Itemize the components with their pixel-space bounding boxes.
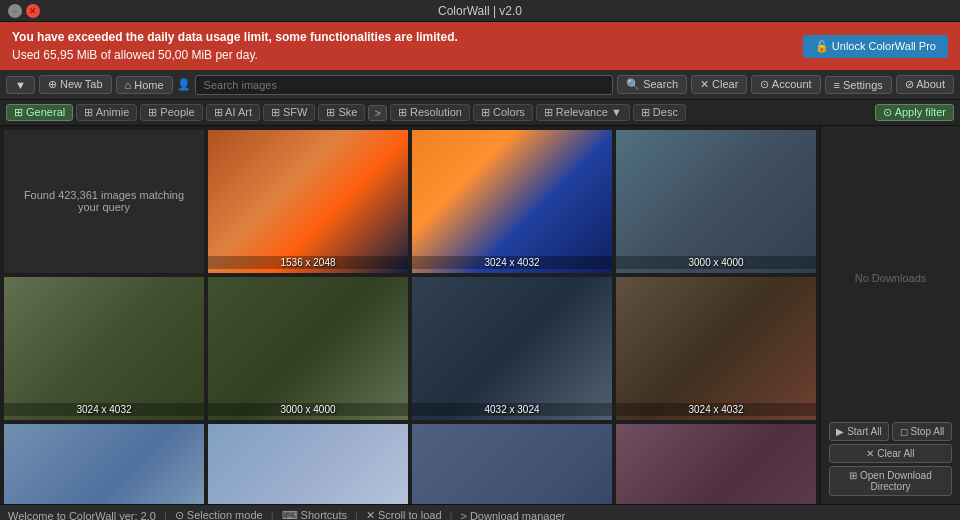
image-grid: Found 423,361 images matching your query…: [4, 130, 816, 504]
image-size-label: 1536 x 2048: [208, 256, 408, 269]
clear-all-row: ✕ Clear All: [829, 444, 952, 463]
account-button[interactable]: ⊙ Account: [751, 75, 820, 94]
image-cell[interactable]: 4032 x 3024: [412, 277, 612, 420]
image-size-label: 3024 x 4032: [412, 256, 612, 269]
filter-animie[interactable]: ⊞ Animie: [76, 104, 137, 121]
filter-general[interactable]: ⊞ General: [6, 104, 73, 121]
clear-all-button[interactable]: ✕ Clear All: [829, 444, 952, 463]
download-btn-row: ▶ Start All ◻ Stop All: [829, 422, 952, 441]
apply-filter-button[interactable]: ⊙ Apply filter: [875, 104, 954, 121]
statusbar: Welcome to ColorWall ver: 2.0 | ⊙ Select…: [0, 504, 960, 520]
download-controls: ▶ Start All ◻ Stop All ✕ Clear All ⊞ Ope…: [829, 422, 952, 496]
toolbar: ▼ ⊕ New Tab ⌂ Home 👤 🔍 Search ✕ Clear ⊙ …: [0, 70, 960, 100]
about-button[interactable]: ⊘ About: [896, 75, 954, 94]
filter-colors[interactable]: ⊞ Colors: [473, 104, 533, 121]
image-size-label: 3000 x 4000: [616, 256, 816, 269]
filter-more-button[interactable]: >: [368, 105, 386, 121]
image-size-label: 3024 x 4032: [616, 403, 816, 416]
image-cell[interactable]: 3000 x 4000: [616, 130, 816, 273]
search-container: 👤: [177, 75, 614, 95]
titlebar: − ✕ ColorWall | v2.0: [0, 0, 960, 22]
warning-banner: You have exceeded the daily data usage l…: [0, 22, 960, 70]
filter-relevance[interactable]: ⊞ Relevance ▼: [536, 104, 630, 121]
new-tab-button[interactable]: ⊕ New Tab: [39, 75, 112, 94]
download-manager-button[interactable]: > Download manager: [460, 510, 565, 521]
image-cell[interactable]: 1536 x 2048: [208, 130, 408, 273]
scroll-to-load-button[interactable]: ✕ Scroll to load: [366, 509, 442, 520]
person-icon: 👤: [177, 78, 191, 91]
close-button[interactable]: ✕: [26, 4, 40, 18]
home-button[interactable]: ⌂ Home: [116, 76, 173, 94]
image-cell[interactable]: 2560 x 1440: [4, 424, 204, 504]
filter-sketch[interactable]: ⊞ Ske: [318, 104, 365, 121]
clear-button[interactable]: ✕ Clear: [691, 75, 747, 94]
image-size-label: 3000 x 4000: [208, 403, 408, 416]
warning-text: You have exceeded the daily data usage l…: [12, 28, 458, 64]
start-all-button[interactable]: ▶ Start All: [829, 422, 889, 441]
image-cell[interactable]: 3024 x 4032: [616, 277, 816, 420]
image-cell[interactable]: 3024 x 4032: [412, 130, 612, 273]
settings-button[interactable]: ≡ Settings: [825, 76, 892, 94]
welcome-text: Welcome to ColorWall ver: 2.0: [8, 510, 156, 521]
stop-all-button[interactable]: ◻ Stop All: [892, 422, 952, 441]
filter-sfw[interactable]: ⊞ SFW: [263, 104, 316, 121]
image-cell[interactable]: 3024 x 4032: [4, 277, 204, 420]
filter-desc[interactable]: ⊞ Desc: [633, 104, 686, 121]
unlock-pro-button[interactable]: 🔓 Unlock ColorWall Pro: [803, 35, 948, 58]
image-cell[interactable]: 3000 x 4000: [208, 277, 408, 420]
sidebar: No Downloads ▶ Start All ◻ Stop All ✕ Cl…: [820, 126, 960, 504]
filter-people[interactable]: ⊞ People: [140, 104, 202, 121]
shortcuts-button[interactable]: ⌨ Shortcuts: [282, 509, 348, 520]
found-count-cell: Found 423,361 images matching your query: [4, 130, 204, 273]
selection-mode-label[interactable]: ⊙ Selection mode: [175, 509, 263, 520]
image-size-label: 4032 x 3024: [412, 403, 612, 416]
no-downloads-label: No Downloads: [829, 134, 952, 422]
image-cell[interactable]: 2560 x 1440: [412, 424, 612, 504]
image-grid-container[interactable]: Found 423,361 images matching your query…: [0, 126, 820, 504]
search-input[interactable]: [195, 75, 614, 95]
image-size-label: 3024 x 4032: [4, 403, 204, 416]
image-cell[interactable]: 2560 x 1440: [616, 424, 816, 504]
filter-ai-art[interactable]: ⊞ AI Art: [206, 104, 260, 121]
minimize-button[interactable]: −: [8, 4, 22, 18]
app-title: ColorWall | v2.0: [48, 4, 912, 18]
filter-resolution[interactable]: ⊞ Resolution: [390, 104, 470, 121]
filterbar: ⊞ General ⊞ Animie ⊞ People ⊞ AI Art ⊞ S…: [0, 100, 960, 126]
open-dir-button[interactable]: ⊞ Open Download Directory: [829, 466, 952, 496]
main-area: Found 423,361 images matching your query…: [0, 126, 960, 504]
search-button[interactable]: 🔍 Search: [617, 75, 687, 94]
image-cell[interactable]: 2560 x 1440: [208, 424, 408, 504]
tab-dropdown-button[interactable]: ▼: [6, 76, 35, 94]
